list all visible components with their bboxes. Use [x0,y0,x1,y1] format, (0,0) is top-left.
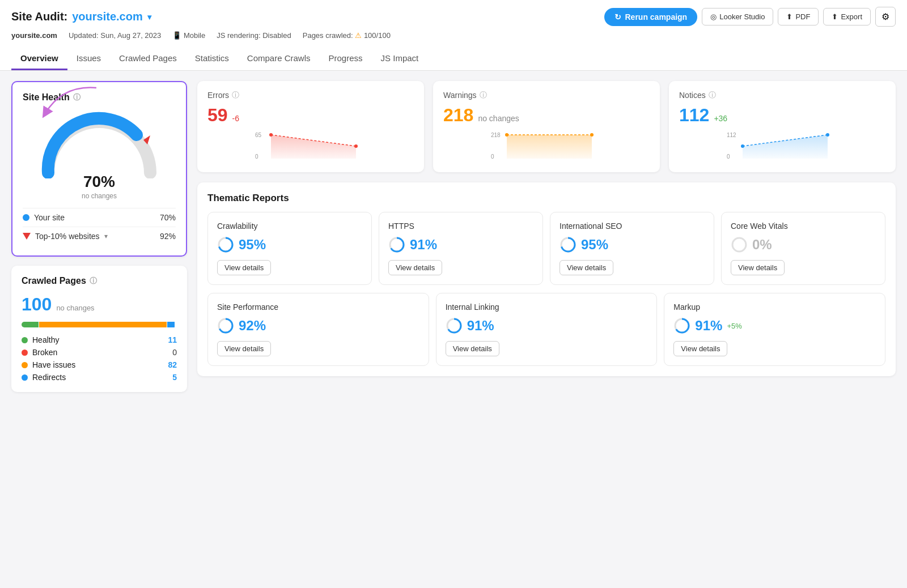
top-bar: Site Audit: yoursite.com ▾ ↻ Rerun campa… [0,0,907,71]
intl-seo-circle [560,236,577,253]
https-val-row: 91% [388,236,533,253]
errors-value-row: 59 -6 [207,105,414,126]
redirects-label: Redirects [32,373,66,382]
notices-info-icon[interactable]: ⓘ [709,90,716,100]
tab-crawled-pages[interactable]: Crawled Pages [110,48,186,70]
broken-val: 0 [172,348,177,357]
https-view-details[interactable]: View details [388,260,442,275]
markup-delta: +5% [727,322,741,330]
site-perf-view-details[interactable]: View details [217,341,271,356]
internal-linking-label: Internal Linking [446,302,648,312]
legend-redirects: Redirects 5 [22,373,177,382]
meta-row: yoursite.com Updated: Sun, Aug 27, 2023 … [11,31,896,45]
redirects-val[interactable]: 5 [172,373,177,382]
pdf-button[interactable]: ⬆ PDF [778,8,819,25]
top10-val: 92% [160,232,176,241]
warnings-delta: no changes [478,114,519,123]
crawlability-view-details[interactable]: View details [217,260,271,275]
warnings-chart: 218 0 [443,130,650,161]
top10-label: Top-10% websites [35,232,100,241]
healthy-dot [22,337,28,343]
settings-button[interactable]: ⚙ [875,7,896,27]
issues-val[interactable]: 82 [168,360,177,369]
errors-info-icon[interactable]: ⓘ [232,90,239,100]
gauge-svg [37,110,162,178]
tab-js-impact[interactable]: JS Impact [372,48,428,70]
intl-seo-view-details[interactable]: View details [560,260,613,275]
site-dropdown-arrow[interactable]: ▾ [147,12,151,22]
thematic-intl-seo: International SEO 95% View details [550,212,714,285]
your-site-dot [23,214,29,221]
legend-top10: Top-10% websites ▾ 92% [23,227,176,245]
crawled-pages-card: Crawled Pages ⓘ 100 no changes Healthy 1… [11,266,187,392]
crawled-pages-info-icon[interactable]: ⓘ [90,276,97,286]
top-actions: ↻ Rerun campaign ◎ Looker Studio ⬆ PDF ⬆… [604,7,896,27]
markup-pct: 91% [695,318,722,334]
tab-statistics[interactable]: Statistics [186,48,238,70]
errors-card: Errors ⓘ 59 -6 65 0 [197,81,424,172]
broken-dot [22,350,28,356]
tab-overview[interactable]: Overview [11,48,67,70]
export-button[interactable]: ⬆ Export [823,8,871,25]
crawlability-circle [217,236,234,253]
notices-value-row: 112 +36 [679,105,885,126]
site-perf-pct: 92% [239,318,266,334]
internal-linking-view-details[interactable]: View details [446,341,499,356]
svg-point-12 [826,133,829,137]
markup-view-details[interactable]: View details [673,341,727,356]
core-web-vitals-view-details[interactable]: View details [731,260,785,275]
warning-icon: ⚠ [355,31,362,40]
crawled-pages-title: Crawled Pages ⓘ [22,276,177,286]
broken-label: Broken [32,348,57,357]
rerun-icon: ↻ [614,12,621,22]
healthy-val[interactable]: 11 [168,335,177,344]
thematic-grid-row2: Site Performance 92% View details Intern… [207,293,885,366]
thematic-markup: Markup 91% +5% View details [664,293,885,366]
https-pct: 91% [410,237,437,253]
internal-linking-circle [446,317,463,334]
tab-compare-crawls[interactable]: Compare Crawls [238,48,320,70]
gauge-container: 70% no changes [23,110,176,200]
site-perf-val-row: 92% [217,317,419,334]
site-audit-label: Site Audit: [11,10,67,23]
warnings-info-icon[interactable]: ⓘ [480,90,487,100]
svg-point-11 [741,144,744,148]
crawlability-val-row: 95% [217,236,362,253]
legend-your-site: Your site 70% [23,208,176,227]
core-web-vitals-circle [731,236,748,253]
internal-linking-pct: 91% [467,318,494,334]
gauge-percent: 70% [82,173,117,191]
tab-progress[interactable]: Progress [320,48,372,70]
core-web-vitals-val-row: 0% [731,236,876,253]
svg-point-7 [505,133,508,137]
bar-redirects [167,322,175,327]
errors-value: 59 [207,105,228,126]
issues-dot [22,362,28,368]
export-icon: ⬆ [832,12,838,21]
meta-updated: Updated: Sun, Aug 27, 2023 [69,31,161,40]
meta-site-url: yoursite.com [11,31,57,40]
looker-studio-button[interactable]: ◎ Looker Studio [702,8,773,25]
svg-text:65: 65 [255,132,262,138]
rerun-button[interactable]: ↻ Rerun campaign [604,8,697,26]
svg-point-3 [269,133,273,137]
crawlability-label: Crawlability [217,221,362,231]
site-perf-label: Site Performance [217,302,419,312]
markup-circle [673,317,690,334]
site-name[interactable]: yoursite.com [72,10,142,23]
markup-val-row: 91% +5% [673,317,876,334]
nav-tabs: Overview Issues Crawled Pages Statistics… [11,48,896,70]
svg-point-4 [354,144,358,148]
warnings-card: Warnings ⓘ 218 no changes 218 0 [433,81,660,172]
thematic-reports-card: Thematic Reports Crawlability 95% View d… [197,182,896,376]
svg-text:0: 0 [255,154,258,160]
warnings-value-row: 218 no changes [443,105,650,126]
errors-label: Errors ⓘ [207,90,414,100]
site-perf-circle [217,317,234,334]
tab-issues[interactable]: Issues [67,48,110,70]
site-health-info-icon[interactable]: ⓘ [73,92,80,103]
svg-text:218: 218 [491,132,501,138]
errors-delta: -6 [232,114,239,123]
legend-have-issues: Have issues 82 [22,360,177,369]
top10-dropdown[interactable]: ▾ [104,232,108,240]
